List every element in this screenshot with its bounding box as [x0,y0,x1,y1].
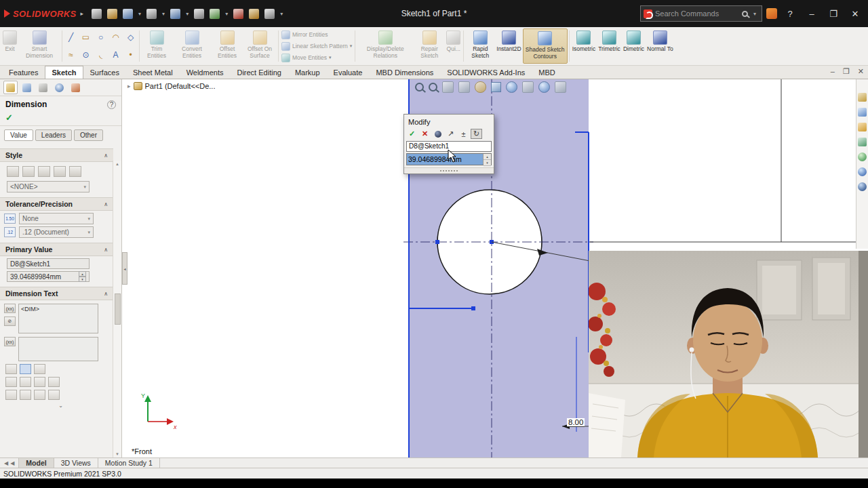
file-explorer-icon[interactable] [858,123,867,131]
primary-value-field[interactable]: 39.04689984mm ▴ ▾ [7,271,90,282]
primary-value-name-field[interactable]: D8@Sketch1 [7,258,90,269]
previous-view-icon[interactable] [442,81,454,93]
display-style-icon[interactable] [506,81,517,93]
plusminus-symbol-icon[interactable] [34,390,45,400]
configuration-manager-tab[interactable] [20,81,34,94]
parentheses-icon[interactable]: (xx) [4,304,16,313]
help-icon[interactable]: ? [107,100,116,109]
trimetric-view-button[interactable]: Trimetric [597,28,622,64]
primary-value-section-header[interactable]: Primary Value ∧ [0,243,113,256]
new-file-icon[interactable] [92,9,102,19]
panel-splitter-handle[interactable]: ◂ [122,252,127,285]
doc-minimize-icon[interactable]: – [831,67,835,76]
shaded-sketch-contours-button[interactable]: Shaded Sketch Contours [523,28,568,64]
hide-show-items-icon[interactable] [522,81,534,93]
trim-entities-button[interactable]: Trim Entities [141,28,172,64]
modify-increment-icon[interactable]: ± [458,129,469,139]
arc-tool-icon[interactable]: ◠ [108,29,123,46]
spline-tool-icon[interactable]: ≈ [64,47,78,64]
dimxpert-manager-tab[interactable] [52,81,66,94]
modify-spinner-icon[interactable]: ↻ [471,129,482,139]
panel-scrollbar[interactable]: ▲ ▼ [113,161,121,458]
move-entities-button[interactable]: Move Entities ▾ [281,54,352,62]
display-manager-tab[interactable] [36,81,50,94]
collapse-icon[interactable]: ∧ [104,247,108,253]
justify-top-icon[interactable] [5,377,17,387]
inspection-dimension-icon[interactable]: ⊘ [4,317,16,326]
dimension-note-box[interactable] [18,337,98,361]
tab-sheet-metal[interactable]: Sheet Metal [126,66,180,79]
tab-value[interactable]: Value [4,129,33,141]
rapid-sketch-button[interactable]: Rapid Sketch [465,28,495,64]
degree-symbol-icon[interactable] [5,390,17,400]
solidworks-logo-text[interactable]: SOLIDWORKS [13,9,77,19]
doc-restore-icon[interactable]: ❐ [843,67,850,76]
move-entities-dropdown-icon[interactable]: ▾ [329,55,332,60]
tab-mbd[interactable]: MBD [532,66,561,79]
apply-default-style-icon[interactable] [7,166,19,177]
dynamic-annotation-views-icon[interactable] [475,81,486,93]
search-input[interactable] [655,9,739,18]
zoom-to-fit-icon[interactable] [415,83,424,92]
redo-icon[interactable] [194,9,204,19]
tab-evaluate[interactable]: Evaluate [327,66,370,79]
linear-dimension-value[interactable]: 8.00 [567,418,585,427]
exit-sketch-button[interactable]: Exit [1,28,18,64]
tolerance-type-dropdown[interactable]: None ▾ [19,213,94,224]
tab-solidworks-add-ins[interactable]: SOLIDWORKS Add-Ins [440,66,532,79]
modify-rebuild-icon[interactable] [432,129,443,139]
line-tool-icon[interactable]: ╱ [64,29,78,46]
repair-sketch-button[interactable]: Repair Sketch [414,28,445,64]
modify-cancel-icon[interactable]: ✕ [419,129,431,139]
circle-tool-icon[interactable]: ○ [94,29,108,46]
search-dropdown-icon[interactable]: ▾ [753,11,756,17]
options-gear-icon[interactable] [264,9,275,19]
print-icon[interactable] [146,9,157,19]
tab-weldments[interactable]: Weldments [180,66,231,79]
forum-icon[interactable] [858,182,867,191]
tolerance-section-header[interactable]: Tolerance/Precision ∧ [0,197,113,211]
tab-features[interactable]: Features [2,66,45,79]
modify-value-selected-text[interactable]: 39.04689984mm [407,154,483,165]
tab-markup[interactable]: Markup [288,66,327,79]
save-icon[interactable] [123,9,133,19]
instant2d-button[interactable]: Instant2D [495,28,522,64]
tab-motion-study-1[interactable]: Motion Study 1 [98,458,160,468]
zoom-to-area-icon[interactable] [429,83,437,92]
style-dropdown[interactable]: <NONE> ▾ [7,181,90,192]
tree-expand-icon[interactable]: ▸ [127,83,131,89]
menu-expand-icon[interactable]: ▸ [81,10,84,17]
justify-bottom-icon[interactable] [34,377,45,387]
update-style-icon[interactable] [38,166,50,177]
doc-close-icon[interactable]: ✕ [858,67,864,76]
edit-appearance-icon[interactable] [538,81,550,93]
convert-entities-button[interactable]: Convert Entities [172,28,212,64]
dimension-text-section-header[interactable]: Dimension Text ∧ [0,287,113,300]
rectangle-tool-icon[interactable]: ▭ [79,29,93,46]
options-dropdown-icon[interactable]: ▾ [280,11,283,17]
login-user-icon[interactable] [766,8,777,19]
modify-accept-icon[interactable]: ✓ [406,129,418,139]
search-commands-box[interactable]: ▾ [640,5,762,22]
scroll-up-icon[interactable]: ▲ [115,162,119,166]
feature-tree-root-label[interactable]: Part1 (Default<<De... [145,82,216,90]
select-icon[interactable] [210,9,220,19]
modify-reverse-icon[interactable]: ↗ [445,129,456,139]
display-pane-tab[interactable] [68,81,83,94]
smart-dimension-button[interactable]: Smart Dimension [18,28,60,64]
spin-down-icon[interactable]: ▾ [484,160,491,166]
delete-style-icon[interactable] [54,166,66,177]
align-center-icon[interactable] [20,364,31,374]
align-right-icon[interactable] [34,364,45,374]
collapse-icon[interactable]: ∧ [104,152,108,159]
first-study-icon[interactable]: ◀ [4,460,8,466]
previous-study-icon[interactable]: ◀ [10,460,14,466]
appearances-scenes-icon[interactable] [858,152,867,161]
style-section-header[interactable]: Style ∧ [0,148,113,162]
flyout-feature-tree[interactable]: ▸ Part1 (Default<<De... [127,82,215,90]
undo-dropdown-icon[interactable]: ▾ [186,11,189,17]
modify-resize-strip[interactable] [404,167,494,174]
minimize-button[interactable]: – [803,9,821,19]
panel-ok-icon[interactable]: ✓ [0,111,121,126]
scroll-thumb[interactable] [115,293,121,325]
